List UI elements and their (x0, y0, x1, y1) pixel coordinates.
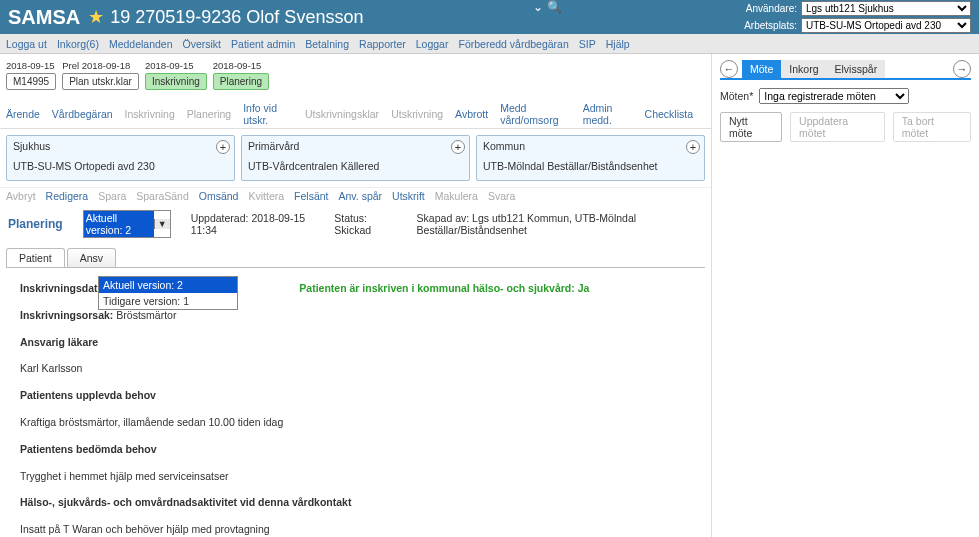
menu-inkorg[interactable]: Inkorg(6) (57, 38, 99, 50)
timeline-prel-date: Prel 2018-09-18 (62, 60, 130, 71)
doctab-inskrivning: Inskrivning (125, 108, 175, 120)
action-kvittera: Kvittera (248, 190, 284, 202)
action-utskrift[interactable]: Utskrift (392, 190, 425, 202)
status-value: Skickad (334, 224, 371, 236)
patient-title: 19 270519-9236 Olof Svensson (110, 7, 363, 28)
doc-type-tabs: ÄrendeVårdbegäranInskrivningPlaneringInf… (0, 100, 711, 129)
menu-meddelanden[interactable]: Meddelanden (109, 38, 173, 50)
rtab-mote[interactable]: Möte (742, 60, 781, 78)
chevron-down-icon: ▼ (154, 219, 170, 229)
timeline-m-date: 2018-09-15 (6, 60, 55, 71)
right-panel: ← Möte Inkorg Elvisspår → Möten* Inga re… (712, 54, 979, 537)
menu-hjlp[interactable]: Hjälp (606, 38, 630, 50)
party-primarvard-title: Primärvård (248, 140, 463, 152)
app-header: SAMSA ★ 19 270519-9236 Olof Svensson ⌄ 🔍… (0, 0, 979, 34)
timeline: 2018-09-15 M14995 Prel 2018-09-18 Plan u… (0, 54, 711, 100)
doctab-checklista[interactable]: Checklista (645, 108, 693, 120)
user-select[interactable]: Lgs utb121 Sjukhus (801, 1, 971, 16)
doc-actions: AvbrytRedigeraSparaSparaSändOmsändKvitte… (0, 187, 711, 204)
timeline-prel-box[interactable]: Plan utskr.klar (62, 73, 139, 90)
doctab-meddvrdomsorg[interactable]: Medd vård/omsorg (500, 102, 571, 126)
nytt-mote-button[interactable]: Nytt möte (720, 112, 782, 142)
timeline-insk-box[interactable]: Inskrivning (145, 73, 207, 90)
orsak-label: Inskrivningsorsak: (20, 309, 113, 321)
action-felsnt[interactable]: Felsänt (294, 190, 328, 202)
party-kommun: Kommun + UTB-Mölndal Beställar/Biståndse… (476, 135, 705, 181)
tab-patient[interactable]: Patient (6, 248, 65, 267)
action-avbryt: Avbryt (6, 190, 36, 202)
party-sjukhus: Sjukhus + UTB-SU-MS Ortopedi avd 230 (6, 135, 235, 181)
ansvarig-label: Ansvarig läkare (20, 336, 98, 348)
upplevda-label: Patientens upplevda behov (20, 389, 156, 401)
version-dropdown[interactable]: Aktuell version: 2 Tidigare version: 1 (98, 276, 238, 310)
action-anvspr[interactable]: Anv. spår (339, 190, 383, 202)
tab-ansv[interactable]: Ansv (67, 248, 116, 267)
workplace-select[interactable]: UTB-SU-MS Ortopedi avd 230 (801, 18, 971, 33)
doctab-utskrivningsklar: Utskrivningsklar (305, 108, 379, 120)
star-icon[interactable]: ★ (88, 6, 104, 28)
halso-label: Hälso-, sjukvårds- och omvårdnadsaktivit… (20, 496, 351, 508)
menu-rapporter[interactable]: Rapporter (359, 38, 406, 50)
orsak-value: Bröstsmärtor (116, 309, 176, 321)
updated-label: Uppdaterad: (191, 212, 249, 224)
version-option-prev[interactable]: Tidigare version: 1 (99, 293, 237, 309)
version-option-current[interactable]: Aktuell version: 2 (99, 277, 237, 293)
party-primarvard-value: UTB-Vårdcentralen Källered (248, 160, 463, 172)
doctab-infovidutskr[interactable]: Info vid utskr. (243, 102, 293, 126)
action-omsnd[interactable]: Omsänd (199, 190, 239, 202)
chevron-down-icon[interactable]: ⌄ (533, 0, 543, 14)
status-label: Status: (334, 212, 367, 224)
rtab-inkorg[interactable]: Inkorg (781, 60, 826, 78)
add-sjukhus-icon[interactable]: + (216, 140, 230, 154)
doctab-vrdbegran[interactable]: Vårdbegäran (52, 108, 113, 120)
planering-header: Planering Aktuell version: 2 ▼ Uppdatera… (0, 204, 711, 244)
timeline-plan-date: 2018-09-15 (213, 60, 262, 71)
party-primarvard: Primärvård + UTB-Vårdcentralen Källered (241, 135, 470, 181)
tabort-mote-button: Ta bort mötet (893, 112, 971, 142)
party-sjukhus-value: UTB-SU-MS Ortopedi avd 230 (13, 160, 228, 172)
menu-betalning[interactable]: Betalning (305, 38, 349, 50)
app-name: SAMSA (8, 6, 80, 29)
doctab-adminmedd[interactable]: Admin medd. (583, 102, 633, 126)
doctab-rende[interactable]: Ärende (6, 108, 40, 120)
timeline-plan-box[interactable]: Planering (213, 73, 269, 90)
menu-versikt[interactable]: Översikt (183, 38, 222, 50)
main-menu: Logga utInkorg(6)MeddelandenÖversiktPati… (0, 34, 979, 54)
timeline-m-id[interactable]: M14995 (6, 73, 56, 90)
bedomda-value: Trygghet i hemmet hjälp med serviceinsat… (20, 468, 691, 485)
halso-value: Insatt på T Waran och behöver hjälp med … (20, 521, 691, 537)
add-kommun-icon[interactable]: + (686, 140, 700, 154)
action-sparasnd: SparaSänd (136, 190, 189, 202)
menu-loggaut[interactable]: Logga ut (6, 38, 47, 50)
menu-loggar[interactable]: Loggar (416, 38, 449, 50)
upplevda-value: Kraftiga bröstsmärtor, illamående sedan … (20, 414, 691, 431)
rtab-elvis[interactable]: Elvisspår (827, 60, 886, 78)
action-svara: Svara (488, 190, 515, 202)
doctab-avbrott[interactable]: Avbrott (455, 108, 488, 120)
parties-row: Sjukhus + UTB-SU-MS Ortopedi avd 230 Pri… (0, 129, 711, 187)
panel-left-arrow-icon[interactable]: ← (720, 60, 738, 78)
kommunal-value: Ja (578, 282, 590, 294)
add-primarvard-icon[interactable]: + (451, 140, 465, 154)
action-makulera: Makulera (435, 190, 478, 202)
form-tabs: Patient Ansv (6, 248, 705, 268)
doctab-utskrivning: Utskrivning (391, 108, 443, 120)
party-sjukhus-title: Sjukhus (13, 140, 228, 152)
panel-right-arrow-icon[interactable]: → (953, 60, 971, 78)
ansvarig-value: Karl Karlsson (20, 360, 691, 377)
action-redigera[interactable]: Redigera (46, 190, 89, 202)
uppdatera-mote-button: Uppdatera mötet (790, 112, 885, 142)
right-tabs: Möte Inkorg Elvisspår (742, 60, 885, 78)
menu-sip[interactable]: SIP (579, 38, 596, 50)
search-icon[interactable]: 🔍 (547, 0, 562, 14)
party-kommun-title: Kommun (483, 140, 698, 152)
menu-frbereddvrdbegran[interactable]: Förberedd vårdbegäran (458, 38, 568, 50)
timeline-insk-date: 2018-09-15 (145, 60, 194, 71)
menu-patientadmin[interactable]: Patient admin (231, 38, 295, 50)
doctab-planering: Planering (187, 108, 231, 120)
workplace-label: Arbetsplats: (741, 20, 797, 31)
version-select[interactable]: Aktuell version: 2 ▼ (83, 210, 171, 238)
planering-title: Planering (8, 217, 63, 231)
moten-label: Möten* (720, 90, 753, 102)
moten-select[interactable]: Inga registrerade möten (759, 88, 909, 104)
